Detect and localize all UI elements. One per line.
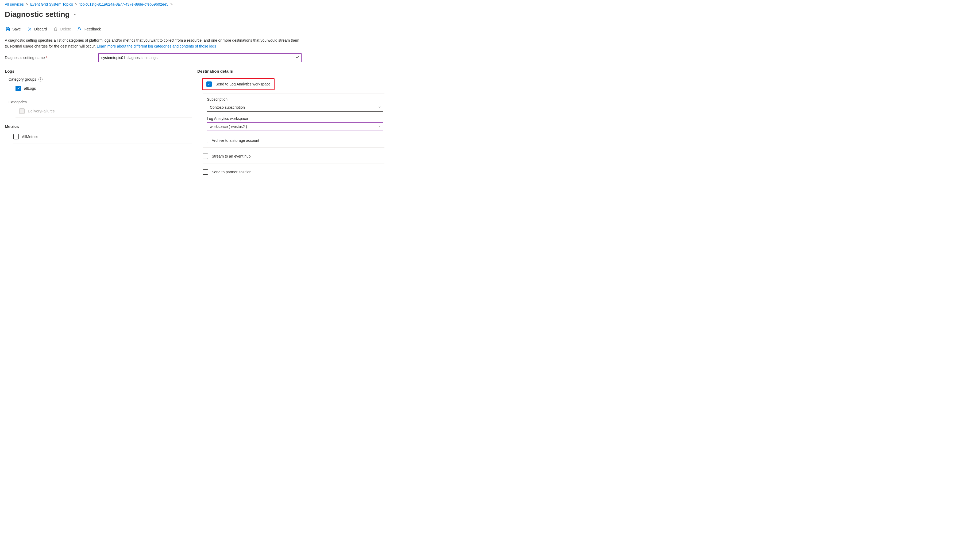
delete-label: Delete — [60, 27, 71, 31]
subscription-value: Contoso subscription — [210, 105, 245, 109]
storage-option: Archive to a storage account — [203, 136, 384, 145]
setting-name-row: Diagnostic setting name * — [5, 54, 959, 62]
storage-label: Archive to a storage account — [212, 138, 259, 143]
delete-button: Delete — [53, 26, 72, 32]
setting-name-input-wrap — [98, 54, 301, 62]
breadcrumb-topic[interactable]: topic01stg-811a624a-8a77-437e-89de-dfeb5… — [80, 2, 168, 6]
divider — [203, 179, 384, 179]
discard-label: Discard — [34, 27, 47, 31]
setting-name-label: Diagnostic setting name * — [5, 55, 93, 60]
logs-heading: Logs — [5, 69, 192, 73]
setting-name-input[interactable] — [98, 54, 301, 62]
breadcrumb-event-grid-system-topics[interactable]: Event Grid System Topics — [30, 2, 73, 6]
categories-label: Categories — [8, 100, 192, 104]
trash-icon — [53, 27, 58, 31]
destinations-column: Destination details Send to Log Analytic… — [197, 69, 384, 183]
breadcrumb-sep: > — [26, 2, 28, 6]
divider — [203, 93, 384, 94]
delivery-failures-checkbox — [19, 109, 24, 114]
subscription-field: Subscription Contoso subscription — [207, 97, 384, 112]
partner-label: Send to partner solution — [212, 170, 252, 174]
feedback-label: Feedback — [85, 27, 101, 31]
description-text: A diagnostic setting specifies a list of… — [5, 38, 301, 49]
subscription-label: Subscription — [207, 97, 384, 101]
validation-check-icon — [296, 55, 300, 60]
storage-checkbox[interactable] — [203, 138, 208, 143]
all-logs-row: allLogs — [16, 84, 192, 92]
workspace-label: Log Analytics workspace — [207, 117, 384, 121]
divider — [16, 117, 192, 118]
save-label: Save — [12, 27, 21, 31]
eventhub-label: Stream to an event hub — [212, 154, 251, 158]
breadcrumb-all-services[interactable]: All services — [5, 2, 24, 6]
save-button[interactable]: Save — [5, 26, 21, 32]
breadcrumb: All services > Event Grid System Topics … — [5, 2, 959, 6]
discard-button[interactable]: Discard — [27, 26, 47, 32]
highlighted-log-analytics-option: Send to Log Analytics workspace — [202, 78, 275, 90]
toolbar: Save Discard Delete Feedback — [5, 26, 959, 35]
divider — [203, 163, 384, 164]
workspace-dropdown[interactable]: workspace ( westus2 ) — [207, 122, 383, 131]
divider — [13, 143, 192, 143]
all-metrics-checkbox[interactable] — [13, 134, 19, 140]
main-columns: Logs Category groups i allLogs Categorie… — [5, 69, 959, 183]
log-analytics-checkbox[interactable] — [207, 81, 212, 87]
all-logs-checkbox[interactable] — [16, 86, 21, 91]
all-metrics-row: AllMetrics — [13, 133, 192, 140]
all-metrics-label: AllMetrics — [22, 135, 38, 139]
subscription-dropdown[interactable]: Contoso subscription — [207, 103, 383, 112]
chevron-down-icon — [378, 105, 381, 109]
setting-name-label-text: Diagnostic setting name — [5, 55, 45, 60]
learn-more-link[interactable]: Learn more about the different log categ… — [97, 44, 216, 48]
metrics-heading: Metrics — [5, 124, 192, 129]
more-actions-icon[interactable]: ··· — [74, 12, 78, 17]
page-title-row: Diagnostic setting ··· — [5, 10, 959, 19]
breadcrumb-sep: > — [75, 2, 77, 6]
page-title: Diagnostic setting — [5, 10, 70, 19]
delivery-failures-row: DeliveryFailures — [19, 107, 192, 115]
log-analytics-label: Send to Log Analytics workspace — [215, 82, 270, 86]
chevron-down-icon — [378, 125, 381, 129]
category-groups-label: Category groups i — [8, 77, 192, 81]
info-icon[interactable]: i — [39, 78, 42, 81]
feedback-icon — [78, 27, 82, 31]
save-icon — [5, 27, 10, 31]
workspace-value: workspace ( westus2 ) — [210, 125, 247, 129]
svg-point-0 — [78, 28, 80, 29]
required-asterisk: * — [46, 55, 47, 60]
logs-column: Logs Category groups i allLogs Categorie… — [5, 69, 192, 183]
delivery-failures-label: DeliveryFailures — [28, 109, 55, 113]
partner-option: Send to partner solution — [203, 167, 384, 177]
close-icon — [27, 27, 32, 31]
eventhub-checkbox[interactable] — [203, 154, 208, 159]
destination-heading: Destination details — [197, 69, 384, 73]
divider — [16, 95, 192, 95]
workspace-field: Log Analytics workspace workspace ( west… — [207, 117, 384, 131]
partner-checkbox[interactable] — [203, 169, 208, 175]
category-groups-text: Category groups — [8, 77, 36, 81]
all-logs-label: allLogs — [24, 86, 36, 91]
feedback-button[interactable]: Feedback — [77, 26, 101, 32]
breadcrumb-sep: > — [171, 2, 173, 6]
eventhub-option: Stream to an event hub — [203, 151, 384, 161]
